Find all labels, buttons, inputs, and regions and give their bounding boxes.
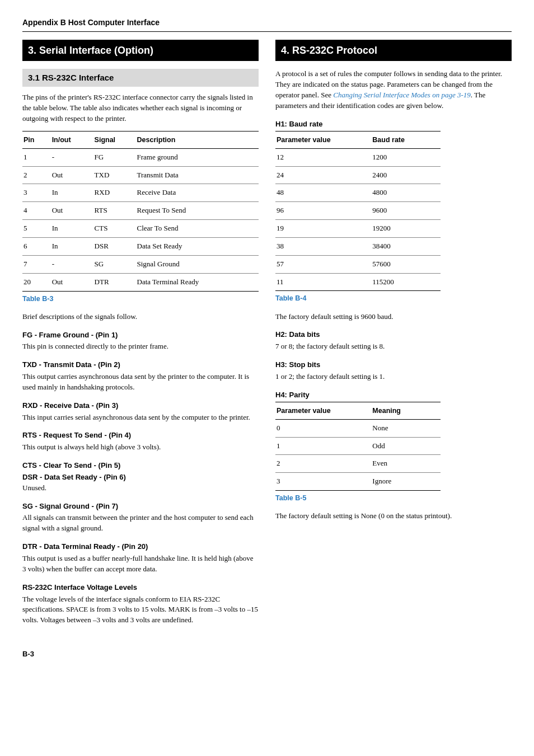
table-row: 2Even: [275, 455, 441, 473]
baud-th-param: Parameter value: [275, 131, 371, 148]
table-b5-caption: Table B-5: [275, 493, 512, 503]
rxd-body: This input carries serial asynchronous d…: [22, 412, 259, 423]
page-number: B-3: [22, 649, 512, 660]
sg-heading: SG - Signal Ground - (Pin 7): [22, 501, 259, 512]
table-row: 1919200: [275, 220, 441, 238]
txd-heading: TXD - Transmit Data - (Pin 2): [22, 360, 259, 370]
right-column: 4. RS-232C Protocol A protocol is a set …: [275, 40, 512, 632]
table-row: 242400: [275, 166, 441, 184]
section-3-1-heading: 3.1 RS-232C Interface: [22, 69, 259, 87]
h3-stop-body: 1 or 2; the factory default setting is 1…: [275, 372, 512, 382]
rts-body: This output is always held high (above 3…: [22, 442, 259, 453]
page-header: Appendix B Host Computer Interface: [22, 17, 512, 32]
table-row: 0None: [275, 419, 441, 437]
txd-body: This output carries asynchronous data se…: [22, 372, 259, 393]
rxd-heading: RXD - Receive Data - (Pin 3): [22, 401, 259, 411]
fg-body: This pin is connected directly to the pr…: [22, 341, 259, 352]
table-row: 11115200: [275, 273, 441, 291]
parity-th-meaning: Meaning: [371, 402, 441, 419]
table-row: 3InRXDReceive Data: [22, 184, 259, 202]
dtr-heading: DTR - Data Terminal Ready - (Pin 20): [22, 542, 259, 552]
section-4-heading: 4. RS-232C Protocol: [275, 40, 512, 61]
parity-note: The factory default setting is None (0 o…: [275, 511, 512, 522]
link-changing-serial[interactable]: Changing Serial Interface Modes on page …: [333, 91, 471, 99]
sg-body: All signals can transmit between the pri…: [22, 513, 259, 534]
pin-th-pin: Pin: [22, 131, 51, 148]
pin-table: Pin In/out Signal Description 1-FGFrame …: [22, 131, 259, 292]
voltage-body: The voltage levels of the interface sign…: [22, 594, 259, 626]
left-column: 3. Serial Interface (Option) 3.1 RS-232C…: [22, 40, 259, 632]
baud-table: Parameter value Baud rate 121200 242400 …: [275, 131, 441, 292]
rts-heading: RTS - Request To Send - (Pin 4): [22, 430, 259, 441]
two-column-layout: 3. Serial Interface (Option) 3.1 RS-232C…: [22, 40, 512, 632]
table-row: 121200: [275, 148, 441, 166]
parity-table: Parameter value Meaning 0None 1Odd 2Even…: [275, 402, 441, 491]
table-row: 7-SGSignal Ground: [22, 255, 259, 273]
baud-th-rate: Baud rate: [371, 131, 441, 148]
h2-data-body: 7 or 8; the factory default setting is 8…: [275, 341, 512, 352]
table-row: 5InCTSClear To Send: [22, 220, 259, 238]
h1-baud-heading: H1: Baud rate: [275, 119, 512, 130]
table-row: 3838400: [275, 237, 441, 255]
table-row: 5757600: [275, 255, 441, 273]
pin-th-desc: Description: [136, 131, 259, 148]
baud-note: The factory default setting is 9600 baud…: [275, 312, 512, 322]
table-row: 969600: [275, 202, 441, 220]
dsr-heading: DSR - Data Set Ready - (Pin 6): [22, 472, 259, 483]
section-3-1-intro: The pins of the printer's RS-232C interf…: [22, 92, 259, 124]
table-row: 1Odd: [275, 437, 441, 455]
h2-data-heading: H2: Data bits: [275, 330, 512, 340]
dtr-body: This output is used as a buffer nearly-f…: [22, 553, 259, 575]
fg-heading: FG - Frame Ground - (Pin 1): [22, 330, 259, 341]
section-3-heading: 3. Serial Interface (Option): [22, 40, 259, 61]
h4-parity-heading: H4: Parity: [275, 390, 512, 401]
table-row: 2OutTXDTransmit Data: [22, 166, 259, 184]
table-row: 1-FGFrame ground: [22, 148, 259, 166]
pin-th-inout: In/out: [51, 131, 93, 148]
table-row: 6InDSRData Set Ready: [22, 238, 259, 256]
brief-intro: Brief descriptions of the signals follow…: [22, 312, 259, 322]
table-row: 484800: [275, 184, 441, 202]
voltage-heading: RS-232C Interface Voltage Levels: [22, 583, 259, 593]
table-row: 20OutDTRData Terminal Ready: [22, 273, 259, 291]
table-row: 3Ignore: [275, 473, 441, 491]
table-row: 4OutRTSRequest To Send: [22, 202, 259, 220]
parity-th-param: Parameter value: [275, 402, 371, 419]
table-b4-caption: Table B-4: [275, 293, 512, 303]
section-4-intro: A protocol is a set of rules the compute…: [275, 69, 512, 111]
h3-stop-heading: H3: Stop bits: [275, 360, 512, 370]
table-b3-caption: Table B-3: [22, 294, 259, 304]
cts-heading: CTS - Clear To Send - (Pin 5): [22, 461, 259, 471]
unused-body: Unused.: [22, 483, 259, 494]
pin-th-signal: Signal: [93, 131, 136, 148]
